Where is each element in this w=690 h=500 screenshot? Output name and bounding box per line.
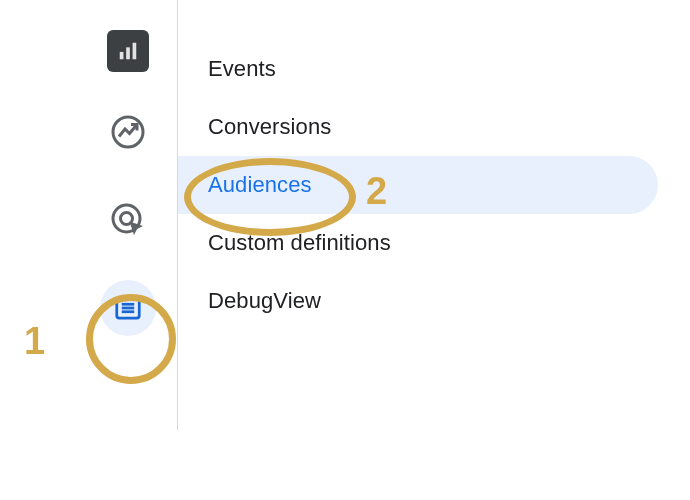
realtime-icon[interactable] <box>100 104 156 160</box>
app-frame: Events Conversions Audiences Custom defi… <box>78 0 678 430</box>
reports-icon[interactable] <box>107 30 149 72</box>
menu-item-label: DebugView <box>208 288 321 314</box>
svg-rect-0 <box>119 52 123 59</box>
explore-icon[interactable] <box>100 192 156 248</box>
menu-list: Events Conversions Audiences Custom defi… <box>178 40 678 330</box>
menu-item-debugview[interactable]: DebugView <box>178 272 658 330</box>
trend-circle-icon <box>110 114 146 150</box>
svg-rect-1 <box>126 47 130 59</box>
menu-item-audiences[interactable]: Audiences <box>178 156 658 214</box>
menu-item-label: Conversions <box>208 114 331 140</box>
target-click-icon <box>110 202 146 238</box>
menu-item-conversions[interactable]: Conversions <box>178 98 658 156</box>
admin-submenu: Events Conversions Audiences Custom defi… <box>178 0 678 430</box>
menu-item-label: Audiences <box>208 172 312 198</box>
bars-icon <box>117 40 139 62</box>
list-icon <box>113 293 143 323</box>
nav-rail <box>78 0 178 430</box>
menu-item-label: Custom definitions <box>208 230 391 256</box>
svg-rect-2 <box>132 43 136 60</box>
annotation-number-1: 1 <box>24 320 45 363</box>
menu-item-custom-definitions[interactable]: Custom definitions <box>178 214 658 272</box>
menu-item-label: Events <box>208 56 276 82</box>
configure-icon[interactable] <box>100 280 156 336</box>
menu-item-events[interactable]: Events <box>178 40 658 98</box>
